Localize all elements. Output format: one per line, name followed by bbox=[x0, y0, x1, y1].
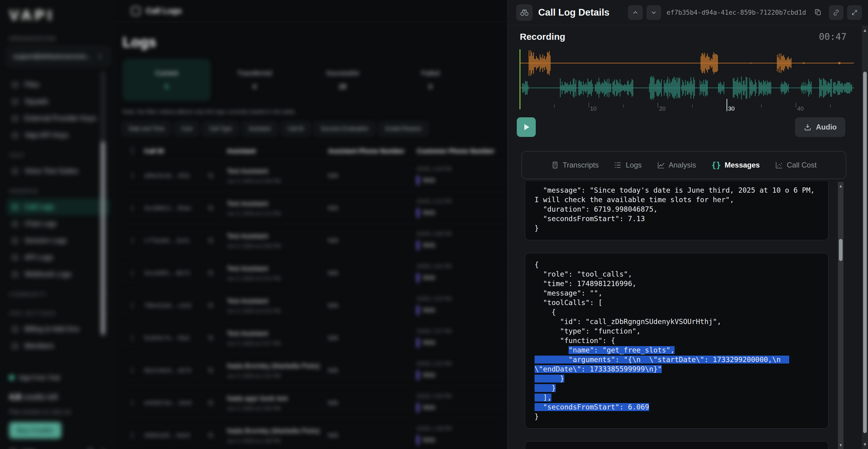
play-icon bbox=[522, 123, 531, 132]
page-scroll-up-icon[interactable]: ▲ bbox=[863, 26, 867, 35]
svg-text:40: 40 bbox=[797, 105, 804, 112]
row-checkbox[interactable] bbox=[132, 172, 133, 179]
copy-icon[interactable] bbox=[208, 172, 215, 179]
scroll-down-icon[interactable]: ▼ bbox=[839, 441, 843, 449]
sidebar-item-members[interactable]: Members bbox=[7, 338, 110, 354]
copy-icon[interactable] bbox=[208, 367, 215, 374]
messages-scrollbar-thumb[interactable] bbox=[839, 239, 843, 261]
row-call-id: c77fa3d6... 2e41 bbox=[144, 237, 190, 244]
details-tab-analysis[interactable]: Analysis bbox=[657, 161, 696, 169]
row-checkbox[interactable] bbox=[132, 302, 133, 309]
row-checkbox[interactable] bbox=[132, 205, 133, 211]
log-status-tabs: Current6Transferred0Successful28Failed0 bbox=[123, 59, 507, 101]
sidebar-item-provider-keys[interactable]: External Provider Keys bbox=[7, 110, 110, 127]
sidebar-item-call-logs[interactable]: Call Logs bbox=[7, 198, 110, 215]
sidebar-item-billing[interactable]: Billing & Add-Ons bbox=[7, 321, 110, 338]
log-tab-transferred[interactable]: Transferred0 bbox=[211, 59, 299, 101]
filter-chip-ended-reason[interactable]: Ended Reason bbox=[379, 122, 428, 136]
expand-panel-button[interactable] bbox=[847, 5, 862, 20]
copy-icon[interactable] bbox=[208, 400, 215, 407]
buy-credits-button[interactable]: Buy Credits bbox=[9, 422, 61, 439]
row-customer-date: 6/3/25, 2:05 PM bbox=[417, 393, 507, 399]
sidebar-item-api-logs[interactable]: API Logs bbox=[7, 249, 110, 266]
table-row[interactable]: a9be3c4d... 4f1b Test AssistantJun 3, 20… bbox=[123, 160, 507, 192]
filter-chip-assistant[interactable]: Assistant bbox=[242, 122, 277, 136]
log-tab-successful[interactable]: Successful28 bbox=[299, 59, 386, 101]
web-call-icon bbox=[417, 370, 419, 380]
sidebar-item-files[interactable]: Files bbox=[7, 76, 110, 93]
sidebar-scrollbar-thumb[interactable] bbox=[101, 141, 105, 334]
filter-chip-call-type[interactable]: Call Type bbox=[203, 122, 238, 136]
copy-link-button[interactable] bbox=[829, 5, 843, 20]
org-selector[interactable]: support@deltastreamsolu... bbox=[7, 47, 110, 66]
sidebar-item-squads[interactable]: Squads bbox=[7, 93, 110, 110]
row-checkbox[interactable] bbox=[132, 335, 133, 341]
details-tab-transcripts[interactable]: Transcripts bbox=[551, 161, 599, 169]
select-all-checkbox[interactable] bbox=[132, 147, 133, 155]
filter-chip-success-evaluation[interactable]: Success Evaluation bbox=[314, 122, 375, 136]
row-checkbox[interactable] bbox=[132, 237, 133, 244]
page-scroll-down-icon[interactable]: ▼ bbox=[863, 440, 867, 449]
sidebar-item-webhook-logs[interactable]: Webhook Logs bbox=[7, 266, 110, 283]
next-call-button[interactable] bbox=[646, 5, 661, 20]
sidebar-section-community[interactable]: COMMUNITY bbox=[7, 288, 110, 302]
sidebar-section-test[interactable]: TEST bbox=[7, 149, 110, 163]
copy-icon[interactable] bbox=[208, 237, 215, 244]
section-label: ORG SETTINGS bbox=[9, 311, 56, 317]
sidebar-section-org-settings[interactable]: ORG SETTINGS bbox=[7, 307, 110, 321]
details-tab-messages[interactable]: {}Messages bbox=[711, 160, 760, 170]
message-json[interactable]: { "role": "tool_calls", "time": 17489812… bbox=[534, 260, 819, 421]
table-row[interactable]: 91d04c7e... 5fa2 Test AssistantJun 3, 20… bbox=[123, 322, 507, 354]
details-tab-call-cost[interactable]: Call Cost bbox=[775, 161, 816, 169]
sidebar-item-vapi-api-keys[interactable]: Vapi API Keys bbox=[7, 127, 110, 143]
filter-chip-cost[interactable]: Cost bbox=[175, 122, 198, 136]
log-tab-current[interactable]: Current6 bbox=[123, 59, 211, 101]
scroll-up-icon[interactable]: ▲ bbox=[839, 182, 843, 190]
table-row[interactable]: 4fd82a35... b6e0 Nada Bromley (Marbella … bbox=[123, 419, 507, 449]
copy-icon[interactable] bbox=[208, 270, 215, 277]
tab-count: 0 bbox=[253, 83, 256, 91]
message-json[interactable]: "message": "Since today's date is June t… bbox=[534, 186, 819, 233]
table-row[interactable]: 3ccd8812... 90ae Test AssistantJun 3, 20… bbox=[123, 192, 507, 224]
chevron-down-icon bbox=[650, 9, 657, 16]
filter-chip-date-and-time[interactable]: Date and Time bbox=[123, 122, 171, 136]
prev-call-button[interactable] bbox=[628, 5, 643, 20]
page-scrollbar-thumb[interactable] bbox=[863, 72, 867, 433]
copy-icon[interactable] bbox=[208, 302, 215, 309]
table-row[interactable]: e063b7a4... 19c8 Nada appr book testJun … bbox=[123, 387, 507, 419]
row-checkbox[interactable] bbox=[132, 367, 133, 374]
row-customer-date: 6/3/25, 2:57 PM bbox=[417, 329, 507, 334]
table-row[interactable]: 5b21e8c9... d470 Nada Bromley (Marbella … bbox=[123, 354, 507, 387]
audio-download-button[interactable]: Audio bbox=[795, 117, 845, 137]
row-checkbox[interactable] bbox=[132, 432, 133, 439]
sidebar-item-voice-test-suites[interactable]: Voice Test Suites bbox=[7, 163, 110, 180]
page-scrollbar[interactable]: ▲ ▼ bbox=[862, 26, 868, 449]
play-button[interactable] bbox=[517, 117, 536, 137]
filter-chip-call-id[interactable]: Call ID bbox=[281, 122, 310, 136]
help-label[interactable]: Help bbox=[22, 448, 35, 449]
vapi-api-keys-icon bbox=[11, 131, 19, 139]
copy-icon[interactable] bbox=[208, 432, 215, 439]
copy-icon[interactable] bbox=[208, 335, 215, 342]
sidebar: VAPI ORGANIZATION support@deltastreamsol… bbox=[0, 0, 117, 449]
table-body: a9be3c4d... 4f1b Test AssistantJun 3, 20… bbox=[123, 160, 507, 449]
row-checkbox[interactable] bbox=[132, 400, 133, 406]
log-tab-failed[interactable]: Failed0 bbox=[386, 59, 474, 101]
table-row[interactable]: 78be52a0... c316 Test AssistantJun 3, 20… bbox=[123, 289, 507, 322]
messages-scrollbar[interactable]: ▲ ▼ bbox=[838, 182, 843, 449]
messages-scroll-area[interactable]: "message": "Since today's date is June t… bbox=[507, 181, 838, 449]
table-row[interactable]: c77fa3d6... 2e41 Test AssistantJun 3, 20… bbox=[123, 224, 507, 257]
sidebar-item-session-logs[interactable]: Session Logs bbox=[7, 232, 110, 249]
copy-icon[interactable] bbox=[208, 205, 215, 212]
section-label: TEST bbox=[9, 153, 25, 159]
theme-toggle-icon[interactable] bbox=[87, 448, 94, 449]
details-tab-logs[interactable]: Logs bbox=[614, 161, 642, 169]
column-header: Assistant Phone Number bbox=[328, 147, 417, 155]
copy-call-id-button[interactable] bbox=[812, 6, 825, 19]
table-row[interactable]: 2ec4d9f1... 8b73 Test AssistantJun 3, 20… bbox=[123, 257, 507, 289]
sidebar-item-chat-logs[interactable]: Chat Logs bbox=[7, 215, 110, 232]
row-checkbox[interactable] bbox=[132, 270, 133, 276]
waveform[interactable]: 10203040 bbox=[517, 47, 857, 113]
sidebar-section-observe[interactable]: OBSERVE bbox=[7, 184, 110, 198]
collapse-sidebar-icon[interactable] bbox=[100, 448, 107, 449]
